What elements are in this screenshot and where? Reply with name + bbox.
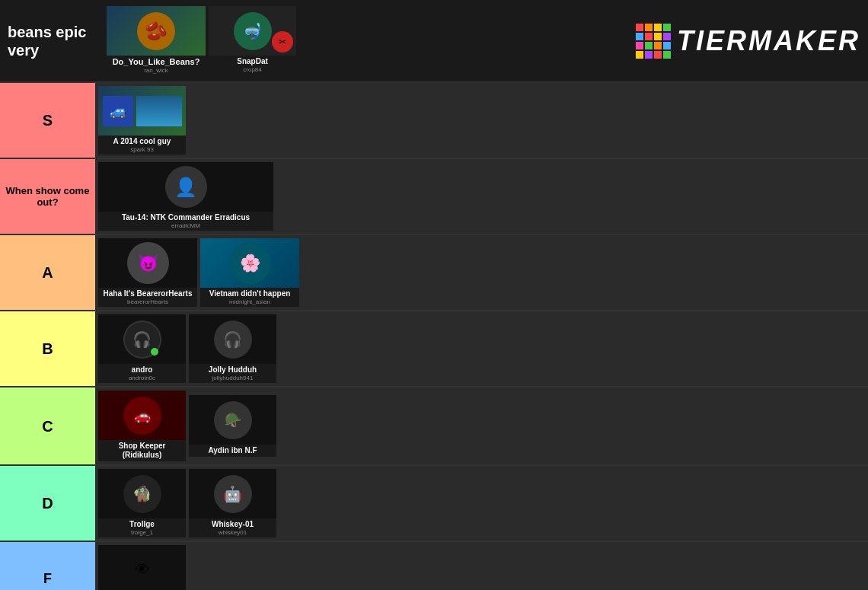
tier-label-d: D — [0, 466, 95, 541]
header-thumbnails: 🫘 Do_You_Like_Beans? ran_wick 🤿 ✂ SnapDa… — [107, 6, 628, 75]
tier-content-a: 😈 Haha It's BearerorHearts bearerorHeart… — [95, 235, 868, 310]
tier-label-when: When show come out? — [0, 159, 95, 234]
tier-content-when: 👤 Tau-14: NTK Commander Erradicus erradi… — [95, 159, 868, 234]
tiermaker-logo: TiERMAKER — [636, 24, 860, 59]
tier-row-d: D 🧌 Trollge trolge_1 🤖 Whiskey-01 whiske… — [0, 466, 868, 542]
card-jolly[interactable]: 🎧 Jolly Hudduh jollyhudduh941 — [189, 314, 276, 383]
tier-label-a: A — [0, 235, 95, 310]
card-wanka[interactable]: 👁 wankanought fly_gunner — [98, 545, 186, 590]
header-card-snapdat[interactable]: 🤿 ✂ SnapDat crop84 — [209, 6, 296, 75]
card-cool-guy[interactable]: 🚙 A 2014 cool guy spark 93 — [98, 86, 186, 155]
card-vietnam[interactable]: 🌸 Vietnam didn't happen midnight_asian — [200, 238, 299, 307]
card-trollge[interactable]: 🧌 Trollge trolge_1 — [98, 469, 186, 537]
card-aydin[interactable]: 🪖 Aydin ibn N.F — [189, 395, 276, 457]
tier-content-f: 👁 wankanought fly_gunner — [95, 542, 868, 590]
tier-row-c: C 🚗 Shop Keeper (Ridikulus) 🪖 Aydin ibn … — [0, 387, 868, 466]
card-shopkeeper[interactable]: 🚗 Shop Keeper (Ridikulus) — [98, 391, 186, 461]
tier-row-a: A 😈 Haha It's BearerorHearts bearerorHea… — [0, 235, 868, 311]
tier-list: beans epic very 🫘 Do_You_Like_Beans? ran… — [0, 0, 868, 590]
tier-content-b: 🎧 andro androin0c 🎧 Jolly Hudduh jollyhu… — [95, 311, 868, 386]
header-title: beans epic very — [8, 23, 99, 59]
header: beans epic very 🫘 Do_You_Like_Beans? ran… — [0, 0, 868, 83]
tier-content-c: 🚗 Shop Keeper (Ridikulus) 🪖 Aydin ibn N.… — [95, 387, 868, 464]
tier-row-s: S 🚙 A 2014 cool guy spark 93 — [0, 83, 868, 159]
logo-text: TiERMAKER — [677, 25, 860, 57]
card-andro[interactable]: 🎧 andro androin0c — [98, 314, 186, 383]
card-beareror[interactable]: 😈 Haha It's BearerorHearts bearerorHeart… — [98, 238, 197, 307]
tier-label-f: F — [0, 542, 95, 590]
card-tau14[interactable]: 👤 Tau-14: NTK Commander Erradicus erradi… — [98, 162, 273, 231]
tier-content-s: 🚙 A 2014 cool guy spark 93 — [95, 83, 868, 158]
tier-row-f: F 👁 wankanought fly_gunner — [0, 542, 868, 590]
tier-row-b: B 🎧 andro androin0c 🎧 Jolly Hudduh jolly… — [0, 311, 868, 387]
tier-label-b: B — [0, 311, 95, 386]
tier-row-when: When show come out? 👤 Tau-14: NTK Comman… — [0, 159, 868, 235]
header-card-beans[interactable]: 🫘 Do_You_Like_Beans? ran_wick — [107, 6, 206, 75]
card-whiskey[interactable]: 🤖 Whiskey-01 whiskey01 — [189, 469, 276, 537]
tier-label-c: C — [0, 387, 95, 464]
tier-label-s: S — [0, 83, 95, 158]
tier-content-d: 🧌 Trollge trolge_1 🤖 Whiskey-01 whiskey0… — [95, 466, 868, 541]
logo-grid — [636, 24, 671, 59]
